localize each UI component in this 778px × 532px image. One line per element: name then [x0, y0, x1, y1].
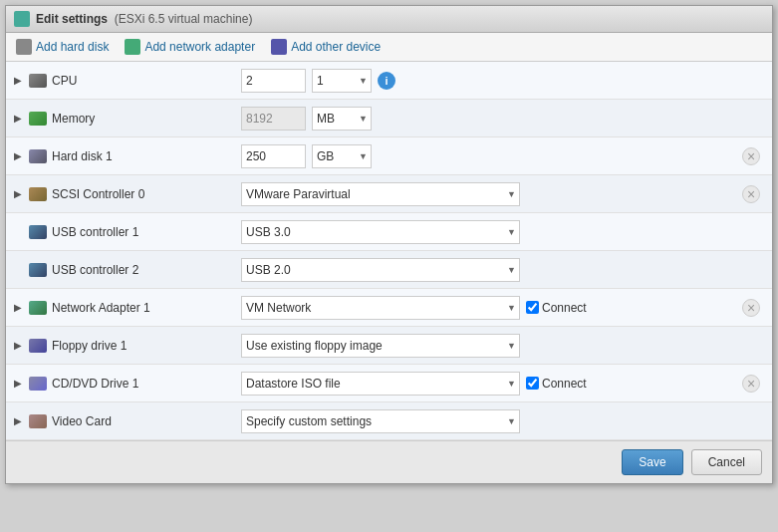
device-row-cd-dvd-drive-1: ▶CD/DVD Drive 1Datastore ISO fileClient …: [6, 365, 772, 402]
connect-checkbox-cd-dvd-drive-1[interactable]: [526, 377, 539, 390]
remove-button-scsi-controller-0[interactable]: ×: [742, 185, 760, 203]
device-label-cell-usb-controller-2: USB controller 2: [6, 257, 235, 283]
select-wrapper-scsi-controller-0: VMware ParavirtualLSI Logic SASLSI Logic…: [241, 182, 520, 206]
device-label-cell-video-card: ▶Video Card: [6, 408, 235, 434]
connect-text-network-adapter-1: Connect: [542, 301, 587, 315]
select-wrapper-usb-controller-2: USB 2.0USB 3.0: [241, 258, 520, 282]
network-adapter-1-icon: [29, 301, 47, 315]
number-input-memory: [241, 107, 306, 131]
select-video-card[interactable]: Specify custom settingsAuto-detect setti…: [241, 409, 520, 433]
number-input-hard-disk-1[interactable]: [241, 144, 306, 168]
select-wrapper-usb-controller-1: USB 2.0USB 3.0: [241, 220, 520, 244]
device-name-usb-controller-1: USB controller 1: [52, 225, 138, 239]
select-memory[interactable]: MBGB: [312, 107, 372, 131]
connect-label-network-adapter-1: Connect: [526, 301, 587, 315]
expand-arrow-cpu[interactable]: ▶: [14, 75, 24, 86]
device-row-usb-controller-1: USB controller 1USB 2.0USB 3.0: [6, 213, 772, 251]
select-scsi-controller-0[interactable]: VMware ParavirtualLSI Logic SASLSI Logic…: [241, 182, 520, 206]
save-button[interactable]: Save: [622, 449, 682, 475]
select-usb-controller-2[interactable]: USB 2.0USB 3.0: [241, 258, 520, 282]
device-label-cell-usb-controller-1: USB controller 1: [6, 219, 235, 245]
device-name-cpu: CPU: [52, 74, 77, 88]
controls-cell-cpu: 1248i: [235, 64, 772, 98]
controls-cell-network-adapter-1: VM NetworkManagement NetworkvMotionConne…: [235, 291, 772, 325]
device-row-hard-disk-1: ▶Hard disk 1MBGBTB×: [6, 137, 772, 175]
device-name-usb-controller-2: USB controller 2: [52, 263, 138, 277]
device-row-floppy-drive-1: ▶Floppy drive 1Use existing floppy image…: [6, 327, 772, 365]
device-row-cpu: ▶CPU1248i: [6, 62, 772, 100]
remove-button-hard-disk-1[interactable]: ×: [742, 147, 760, 165]
memory-icon: [29, 112, 47, 126]
device-label-cell-floppy-drive-1: ▶Floppy drive 1: [6, 333, 235, 359]
device-row-memory: ▶MemoryMBGB: [6, 100, 772, 137]
expand-arrow-hard-disk-1[interactable]: ▶: [14, 150, 24, 161]
select-floppy-drive-1[interactable]: Use existing floppy imageClient deviceHo…: [241, 334, 520, 358]
select-hard-disk-1[interactable]: MBGBTB: [312, 144, 372, 168]
device-name-floppy-drive-1: Floppy drive 1: [52, 339, 127, 353]
device-name-hard-disk-1: Hard disk 1: [52, 149, 113, 163]
connect-checkbox-network-adapter-1[interactable]: [526, 301, 539, 314]
remove-button-cd-dvd-drive-1[interactable]: ×: [742, 375, 760, 393]
cpu-icon: [29, 74, 47, 88]
controls-cell-hard-disk-1: MBGBTB×: [235, 139, 772, 173]
info-icon-cpu[interactable]: i: [378, 72, 395, 90]
expand-arrow-floppy-drive-1[interactable]: ▶: [14, 340, 24, 351]
device-label-cell-cpu: ▶CPU: [6, 68, 235, 94]
add-other-device-button[interactable]: Add other device: [271, 39, 381, 55]
device-icon: [271, 39, 287, 55]
device-row-usb-controller-2: USB controller 2USB 2.0USB 3.0: [6, 251, 772, 289]
toolbar: Add hard disk Add network adapter Add ot…: [6, 33, 772, 62]
select-wrapper-network-adapter-1: VM NetworkManagement NetworkvMotion: [241, 296, 520, 320]
device-name-video-card: Video Card: [52, 414, 112, 428]
device-label-cell-hard-disk-1: ▶Hard disk 1: [6, 143, 235, 169]
add-hard-disk-button[interactable]: Add hard disk: [16, 39, 109, 55]
select-wrapper-video-card: Specify custom settingsAuto-detect setti…: [241, 409, 520, 433]
controls-cell-floppy-drive-1: Use existing floppy imageClient deviceHo…: [235, 329, 772, 363]
select-network-adapter-1[interactable]: VM NetworkManagement NetworkvMotion: [241, 296, 520, 320]
hdd-icon: [16, 39, 32, 55]
add-network-adapter-button[interactable]: Add network adapter: [125, 39, 255, 55]
expand-arrow-scsi-controller-0[interactable]: ▶: [14, 188, 24, 199]
device-row-scsi-controller-0: ▶SCSI Controller 0VMware ParavirtualLSI …: [6, 175, 772, 213]
select-usb-controller-1[interactable]: USB 2.0USB 3.0: [241, 220, 520, 244]
floppy-drive-1-icon: [29, 339, 47, 353]
device-label-cell-memory: ▶Memory: [6, 106, 235, 132]
expand-arrow-cd-dvd-drive-1[interactable]: ▶: [14, 378, 24, 389]
edit-settings-window: Edit settings (ESXi 6.5 virtual machine)…: [5, 5, 773, 484]
device-name-scsi-controller-0: SCSI Controller 0: [52, 187, 144, 201]
device-row-video-card: ▶Video CardSpecify custom settingsAuto-d…: [6, 402, 772, 440]
device-name-cd-dvd-drive-1: CD/DVD Drive 1: [52, 377, 138, 391]
cd-dvd-drive-1-icon: [29, 377, 47, 391]
connect-text-cd-dvd-drive-1: Connect: [542, 377, 587, 391]
number-input-cpu[interactable]: [241, 69, 306, 93]
device-row-network-adapter-1: ▶Network Adapter 1VM NetworkManagement N…: [6, 289, 772, 327]
window-subtitle: (ESXi 6.5 virtual machine): [115, 12, 253, 26]
select-wrapper-cd-dvd-drive-1: Datastore ISO fileClient deviceHost devi…: [241, 372, 520, 396]
expand-arrow-video-card[interactable]: ▶: [14, 415, 24, 426]
scsi-controller-0-icon: [29, 187, 47, 201]
controls-cell-usb-controller-2: USB 2.0USB 3.0: [235, 253, 772, 287]
device-label-cell-network-adapter-1: ▶Network Adapter 1: [6, 295, 235, 321]
usb-controller-1-icon: [29, 225, 47, 239]
expand-arrow-network-adapter-1[interactable]: ▶: [14, 302, 24, 313]
connect-label-cd-dvd-drive-1: Connect: [526, 377, 587, 391]
controls-cell-cd-dvd-drive-1: Datastore ISO fileClient deviceHost devi…: [235, 367, 772, 400]
title-bar: Edit settings (ESXi 6.5 virtual machine): [6, 6, 772, 33]
select-wrapper-floppy-drive-1: Use existing floppy imageClient deviceHo…: [241, 334, 520, 358]
controls-cell-scsi-controller-0: VMware ParavirtualLSI Logic SASLSI Logic…: [235, 177, 772, 211]
select-cd-dvd-drive-1[interactable]: Datastore ISO fileClient deviceHost devi…: [241, 372, 520, 396]
device-label-cell-cd-dvd-drive-1: ▶CD/DVD Drive 1: [6, 371, 235, 397]
footer: Save Cancel: [6, 440, 772, 483]
hard-disk-1-icon: [29, 149, 47, 163]
window-title: Edit settings (ESXi 6.5 virtual machine): [36, 12, 252, 26]
select-cpu[interactable]: 1248: [312, 69, 372, 93]
video-card-icon: [29, 414, 47, 428]
device-name-memory: Memory: [52, 112, 95, 126]
device-list: ▶CPU1248i▶MemoryMBGB▶Hard disk 1MBGBTB×▶…: [6, 62, 772, 440]
controls-cell-video-card: Specify custom settingsAuto-detect setti…: [235, 404, 772, 438]
expand-arrow-memory[interactable]: ▶: [14, 113, 24, 124]
remove-button-network-adapter-1[interactable]: ×: [742, 299, 760, 317]
device-label-cell-scsi-controller-0: ▶SCSI Controller 0: [6, 181, 235, 207]
device-name-network-adapter-1: Network Adapter 1: [52, 301, 150, 315]
cancel-button[interactable]: Cancel: [691, 449, 762, 475]
